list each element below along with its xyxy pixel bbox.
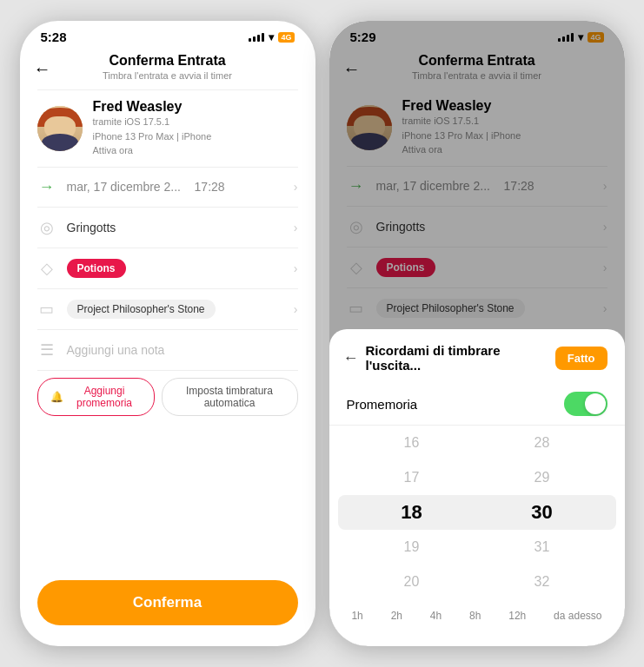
- picker-item: 16: [347, 426, 477, 460]
- signal-icon: [249, 33, 264, 42]
- picker-item: 32: [477, 565, 607, 599]
- tag-content-1: Potions: [67, 259, 283, 278]
- tag-icon-1: ◇: [37, 259, 56, 278]
- picker-item: 17: [347, 460, 477, 495]
- note-placeholder-1: Aggiungi una nota: [67, 343, 165, 357]
- bottom-buttons-1: 🔔 Aggiungi promemoria Imposta timbratura…: [20, 371, 315, 423]
- user-via-1: tramite iOS 17.5.1: [93, 115, 212, 129]
- sheet-back-button[interactable]: ←: [343, 349, 359, 367]
- picker-item: 20: [347, 565, 477, 599]
- avatar-1: [37, 106, 83, 151]
- add-reminder-button[interactable]: 🔔 Aggiungi promemoria: [37, 378, 155, 416]
- picker-col-2[interactable]: 28 29 30 31 32: [477, 426, 607, 599]
- reminder-icon: 🔔: [50, 391, 63, 403]
- status-time-1: 5:28: [41, 30, 67, 44]
- picker-item-selected: 18: [347, 495, 477, 530]
- user-device-1: iPhone 13 Pro Max | iPhone: [93, 129, 212, 144]
- location-icon-1: ◎: [37, 218, 56, 237]
- auto-stamp-button[interactable]: Imposta timbratura automatica: [162, 378, 298, 416]
- checkin-content-1: mar, 17 dicembre 2... 17:28: [67, 180, 283, 194]
- picker-col-1[interactable]: 16 17 18 19 20: [347, 426, 477, 599]
- note-content-1: Aggiungi una nota: [67, 343, 298, 357]
- project-pill-1[interactable]: Project Philosopher's Stone: [67, 300, 216, 319]
- picker-item-selected-2: 30: [477, 495, 607, 530]
- location-row-1[interactable]: ◎ Gringotts ›: [20, 208, 315, 248]
- note-row-1[interactable]: ☰ Aggiungi una nota: [20, 330, 315, 370]
- tag-pill-1[interactable]: Potions: [67, 259, 126, 278]
- project-row-1[interactable]: ▭ Project Philosopher's Stone ›: [20, 289, 315, 329]
- note-icon-1: ☰: [37, 340, 56, 360]
- user-row-1: Fred Weasley tramite iOS 17.5.1 iPhone 1…: [20, 90, 315, 167]
- chevron-icon-2: ›: [294, 221, 298, 234]
- duration-8h[interactable]: 8h: [464, 606, 486, 625]
- picker-item: 19: [347, 530, 477, 565]
- header-1: ← Conferma Entrata Timbra l'entrata e av…: [20, 48, 315, 89]
- checkin-time-1: 17:28: [195, 180, 225, 194]
- picker[interactable]: 16 17 18 19 20 28 29 30 31 32: [329, 426, 625, 599]
- duration-12h[interactable]: 12h: [503, 606, 531, 625]
- back-button-1[interactable]: ←: [34, 59, 51, 79]
- project-icon-1: ▭: [37, 300, 56, 319]
- confirm-button[interactable]: Conferma: [37, 580, 298, 625]
- duration-row: 1h 2h 4h 8h 12h da adesso: [329, 599, 625, 629]
- user-status-1: Attiva ora: [93, 143, 212, 158]
- sheet-title: Ricordami di timbrare l'uscita...: [366, 343, 555, 373]
- status-icons-1: ▾ 4G: [249, 31, 294, 43]
- duration-from-now[interactable]: da adesso: [548, 606, 607, 625]
- checkin-icon-1: →: [37, 178, 56, 196]
- location-label-1: Gringotts: [67, 221, 283, 234]
- reminder-toggle-row: Promemoria: [329, 383, 625, 426]
- tag-row-1[interactable]: ◇ Potions ›: [20, 248, 315, 288]
- user-info-1: Fred Weasley tramite iOS 17.5.1 iPhone 1…: [93, 99, 212, 158]
- page-subtitle-1: Timbra l'entrata e avvia il timer: [34, 70, 302, 81]
- picker-item: 28: [477, 426, 607, 460]
- duration-2h[interactable]: 2h: [386, 606, 408, 625]
- checkin-row-1[interactable]: → mar, 17 dicembre 2... 17:28 ›: [20, 168, 315, 207]
- toggle-knob: [585, 393, 606, 414]
- picker-item: 29: [477, 460, 607, 495]
- picker-item: 31: [477, 530, 607, 565]
- project-content-1: Project Philosopher's Stone: [67, 300, 283, 319]
- bottom-sheet: ← Ricordami di timbrare l'uscita... Fatt…: [329, 329, 625, 646]
- battery-badge-1: 4G: [278, 32, 294, 43]
- auto-stamp-label: Imposta timbratura automatica: [186, 385, 273, 409]
- wifi-icon: ▾: [269, 31, 274, 43]
- status-bar-1: 5:28 ▾ 4G: [20, 21, 315, 48]
- duration-4h[interactable]: 4h: [425, 606, 447, 625]
- page-title-1: Conferma Entrata: [34, 53, 302, 69]
- duration-1h[interactable]: 1h: [346, 606, 368, 625]
- sheet-done-button[interactable]: Fatto: [555, 347, 607, 370]
- chevron-icon-3: ›: [294, 261, 298, 275]
- reminder-label: Promemoria: [347, 397, 418, 412]
- chevron-icon-1: ›: [294, 180, 298, 194]
- checkin-date-1: mar, 17 dicembre 2...: [67, 180, 182, 194]
- reminder-toggle[interactable]: [564, 392, 607, 416]
- phone-2: 5:29 ▾ 4G ← Conferma Entrata Timbra l'en…: [329, 21, 625, 646]
- user-name-1: Fred Weasley: [93, 99, 212, 115]
- add-reminder-label: Aggiungi promemoria: [68, 385, 142, 409]
- phone-1: 5:28 ▾ 4G ← Conferma Entrata Timbra l'en…: [20, 21, 315, 646]
- chevron-icon-4: ›: [294, 302, 298, 316]
- sheet-header: ← Ricordami di timbrare l'uscita... Fatt…: [329, 329, 625, 383]
